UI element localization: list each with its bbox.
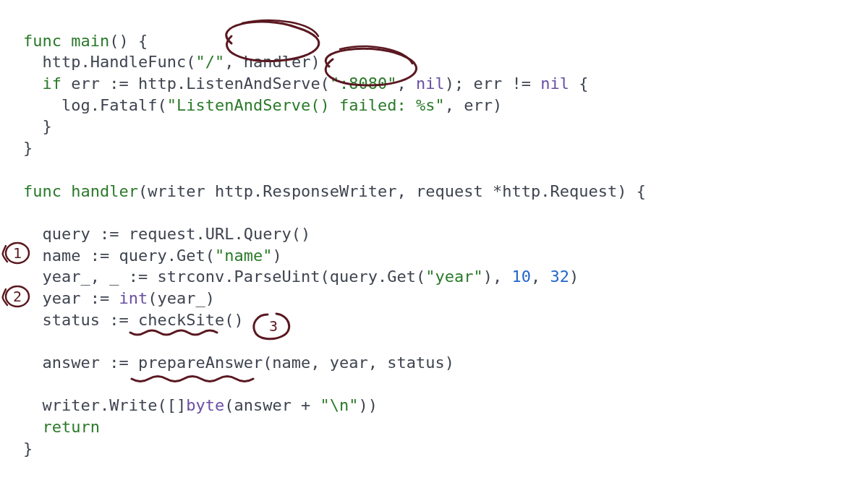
str: ":8080" xyxy=(330,74,397,93)
t: ) xyxy=(569,267,579,286)
fn-handler: handler xyxy=(71,182,138,200)
t: name := query.Get( xyxy=(23,247,215,265)
kw-return: return xyxy=(43,418,100,436)
str: "year" xyxy=(425,267,482,286)
str: "\n" xyxy=(320,396,359,414)
code-block: func main() { http.HandleFunc("/", handl… xyxy=(0,0,868,459)
t: , xyxy=(531,267,550,286)
str: "ListenAndServe() failed: %s" xyxy=(167,96,445,114)
kw-func: func xyxy=(23,182,61,200)
t: (year_) xyxy=(148,289,215,307)
fn-main: main xyxy=(71,32,109,50)
t: } xyxy=(23,139,33,157)
builtin-int: int xyxy=(119,289,148,307)
str: "name" xyxy=(215,247,272,265)
t: () { xyxy=(109,32,148,50)
kw-if: if xyxy=(43,74,62,93)
nil: nil xyxy=(540,74,569,93)
t: (writer http.ResponseWriter, request *ht… xyxy=(138,182,646,200)
t: (answer + xyxy=(224,396,320,414)
t: , err) xyxy=(445,96,502,114)
t: )) xyxy=(359,396,378,414)
t: http.HandleFunc( xyxy=(23,53,195,71)
kw-func: func xyxy=(23,32,61,50)
t: answer := prepareAnswer(name, year, stat… xyxy=(23,354,454,372)
t: } xyxy=(23,117,52,135)
t: } xyxy=(23,440,33,458)
num: 10 xyxy=(512,267,532,286)
t: year := xyxy=(23,289,119,307)
t: , xyxy=(397,74,417,93)
t: ); err != xyxy=(445,74,540,93)
nil: nil xyxy=(416,74,445,93)
t: , handler) xyxy=(224,53,320,71)
t: { xyxy=(569,74,589,93)
t: status := checkSite() xyxy=(23,311,244,329)
t: err := http.ListenAndServe( xyxy=(71,74,330,93)
t: ) xyxy=(272,247,281,265)
t: writer.Write([] xyxy=(23,396,186,414)
builtin-byte: byte xyxy=(186,396,224,414)
t: log.Fatalf( xyxy=(23,96,167,114)
str: "/" xyxy=(195,53,224,71)
t: year_, _ := strconv.ParseUint(query.Get( xyxy=(23,267,425,286)
t: ), xyxy=(483,267,512,286)
num: 32 xyxy=(550,267,570,286)
t: query := request.URL.Query() xyxy=(23,225,310,243)
